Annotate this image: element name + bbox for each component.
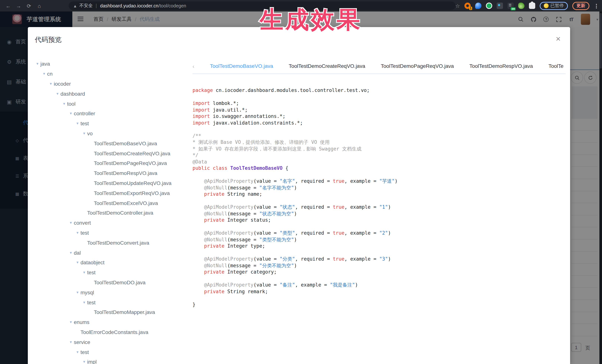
extension-blue-drop-icon[interactable] [475, 3, 482, 9]
caret-down-icon[interactable]: ▼ [68, 221, 74, 225]
caret-down-icon[interactable]: ▼ [81, 301, 87, 304]
caret-down-icon[interactable]: ▼ [75, 261, 80, 264]
tree-folder[interactable]: ▼ vo [31, 128, 190, 138]
file-tab[interactable]: ToolTestDemoRespVO.java [469, 59, 533, 74]
tree-folder[interactable]: ▼ test [31, 228, 190, 238]
code-line [193, 295, 563, 301]
tree-folder[interactable]: ▼ mysql [31, 287, 190, 297]
tree-file[interactable]: ▼ ToolTestDemoPageReqVO.java [31, 158, 190, 168]
code-line: @ApiModelProperty(value = "备注", example … [193, 282, 563, 288]
extension-sprout-icon[interactable] [518, 3, 525, 9]
caret-down-icon[interactable]: ▼ [54, 92, 60, 96]
tree-folder[interactable]: ▼ dashboard [31, 89, 190, 99]
tree-folder[interactable]: ▼ test [31, 347, 190, 357]
code-line: public class ToolTestDemoBaseVO { [193, 165, 563, 171]
tree-node-label: dataobject [80, 260, 104, 266]
tree-node-label: ToolTestDemoExcelVO.java [94, 200, 158, 206]
update-label: 更新 [576, 3, 585, 9]
tree-node-label: ToolTestDemoRespVO.java [94, 170, 157, 176]
caret-down-icon[interactable]: ▼ [75, 231, 80, 235]
code-line [193, 126, 563, 133]
tree-folder[interactable]: ▼ tool [31, 99, 190, 109]
file-tab[interactable]: ToolTestDemoBaseVO.java [210, 59, 273, 74]
browser-scrollbar[interactable] [599, 11, 602, 364]
tree-folder[interactable]: ▼ convert [31, 218, 190, 228]
caret-down-icon[interactable]: ▼ [75, 122, 80, 125]
tree-file[interactable]: ▼ ToolTestDemoConvert.java [31, 238, 190, 248]
tree-file[interactable]: ▼ ToolTestDemoCreateReqVO.java [31, 148, 190, 158]
code-line: @NotNull(message = "名字不能为空") [193, 184, 563, 191]
caret-down-icon[interactable]: ▼ [81, 360, 87, 364]
caret-down-icon[interactable]: ▼ [61, 102, 67, 105]
file-tab[interactable]: ToolTe [548, 59, 563, 74]
tree-folder[interactable]: ▼ test [31, 297, 190, 307]
tree-folder[interactable]: ▼ dataobject [31, 258, 190, 268]
reload-icon[interactable]: ⟳ [24, 3, 34, 9]
caret-down-icon[interactable]: ▼ [41, 72, 47, 76]
caret-down-icon[interactable]: ▼ [34, 62, 40, 66]
tree-folder[interactable]: ▼ service [31, 337, 190, 347]
file-tab[interactable]: ToolTestDemoCreateReqVO.java [289, 59, 365, 74]
caret-down-icon[interactable]: ▼ [75, 350, 80, 354]
tree-folder[interactable]: ▼ impl [31, 357, 190, 364]
tree-node-label: dal [74, 250, 81, 256]
tree-file[interactable]: ▼ ToolTestDemoController.java [31, 208, 190, 218]
caret-down-icon[interactable]: ▼ [68, 340, 74, 344]
code-line [193, 94, 563, 100]
tree-folder[interactable]: ▼ controller [31, 109, 190, 119]
tree-file[interactable]: ▼ ToolTestDemoBaseVO.java [31, 138, 190, 148]
tabs-scroll-right-icon[interactable]: › [559, 63, 561, 70]
tabs-scroll-left-icon[interactable]: ‹ [193, 63, 194, 69]
back-icon[interactable]: ← [3, 3, 13, 9]
code-line: private Integer type; [193, 243, 563, 249]
code-line: @ApiModelProperty(value = "分类", required… [193, 256, 563, 262]
caret-down-icon[interactable]: ▼ [81, 132, 87, 135]
tree-node-label: ToolTestDemoController.java [87, 210, 153, 216]
home-icon[interactable]: ⌂ [34, 3, 44, 9]
tree-node-label: convert [74, 220, 91, 226]
scrollbar-thumb[interactable] [600, 13, 602, 69]
extensions-puzzle-icon[interactable] [529, 3, 535, 9]
caret-down-icon[interactable]: ▼ [68, 112, 74, 115]
tree-file[interactable]: ▼ ToolTestDemoMapper.java [31, 307, 190, 317]
tree-folder[interactable]: ▼ test [31, 119, 190, 129]
caret-down-icon[interactable]: ▼ [68, 320, 74, 324]
code-line: import javax.validation.constraints.*; [193, 120, 563, 126]
forward-icon[interactable]: → [13, 3, 24, 9]
tree-folder[interactable]: ▼ iocoder [31, 79, 190, 89]
tree-folder[interactable]: ▼ test [31, 267, 190, 277]
code-line [193, 249, 563, 256]
warning-icon: ▲ [73, 3, 77, 8]
profile-paused-button[interactable]: 已暂停 [540, 2, 568, 10]
bookmark-star-icon[interactable]: ☆ [455, 3, 460, 9]
tree-folder[interactable]: ▼ enums [31, 317, 190, 327]
tree-folder[interactable]: ▼ dal [31, 248, 190, 258]
tree-folder[interactable]: ▼ cn [31, 69, 190, 79]
file-tabs: ‹ ToolTestDemoBaseVO.javaToolTestDemoCre… [193, 59, 566, 74]
code-line: /** [193, 133, 563, 139]
tree-file[interactable]: ▼ ToolTestDemoRespVO.java [31, 168, 190, 178]
caret-down-icon[interactable]: ▼ [75, 291, 80, 294]
url-host: dashboard.yudao.iocoder.cn [100, 3, 158, 8]
file-tab[interactable]: ToolTestDemoPageReqVO.java [381, 59, 454, 74]
browser-menu-icon[interactable]: ⋮ [594, 3, 599, 9]
tree-node-label: ToolTestDemoMapper.java [94, 309, 155, 315]
extension-switch-icon[interactable]: on [507, 3, 514, 9]
tree-node-label: tool [67, 101, 75, 107]
extension-green-icon[interactable] [486, 3, 492, 9]
extension-orange-icon[interactable]: 1 [464, 3, 471, 9]
close-icon[interactable]: ✕ [556, 36, 561, 42]
update-button[interactable]: 更新 [572, 2, 589, 10]
annotation-text: 生成效果 [260, 4, 362, 36]
tree-folder[interactable]: ▼ java [31, 59, 190, 69]
caret-down-icon[interactable]: ▼ [81, 270, 87, 274]
tree-file[interactable]: ▼ ToolErrorCodeConstants.java [31, 327, 190, 337]
caret-down-icon[interactable]: ▼ [48, 82, 54, 86]
tree-file[interactable]: ▼ ToolTestDemoUpdateReqVO.java [31, 178, 190, 188]
tree-file[interactable]: ▼ ToolTestDemoDO.java [31, 277, 190, 287]
extension-diamond-icon[interactable] [497, 3, 503, 9]
tree-file[interactable]: ▼ ToolTestDemoExportReqVO.java [31, 188, 190, 198]
caret-down-icon[interactable]: ▼ [68, 251, 74, 254]
tree-node-label: impl [87, 359, 97, 364]
tree-file[interactable]: ▼ ToolTestDemoExcelVO.java [31, 198, 190, 208]
